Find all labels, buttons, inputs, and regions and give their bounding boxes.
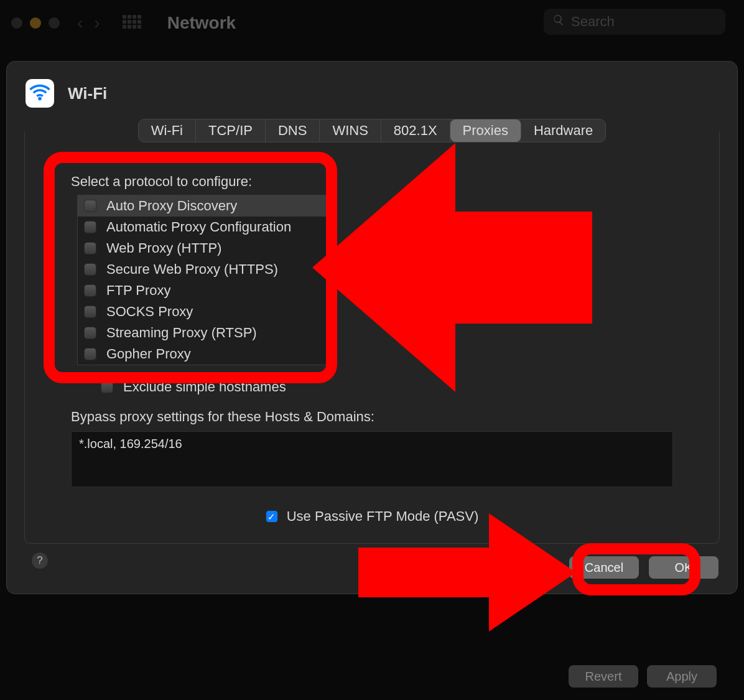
- protocol-label: Select a protocol to configure:: [25, 167, 719, 195]
- exclude-checkbox[interactable]: [101, 381, 113, 393]
- protocol-checkbox[interactable]: [84, 221, 96, 233]
- protocol-row[interactable]: FTP Proxy: [78, 280, 335, 301]
- search-placeholder: Search: [571, 14, 615, 30]
- protocol-checkbox[interactable]: [84, 242, 96, 254]
- protocol-row[interactable]: Streaming Proxy (RTSP): [78, 322, 335, 343]
- protocol-checkbox[interactable]: [84, 200, 96, 212]
- protocol-row[interactable]: Secure Web Proxy (HTTPS): [78, 259, 335, 280]
- protocol-row[interactable]: Automatic Proxy Configuration: [78, 217, 335, 238]
- protocol-checkbox[interactable]: [84, 263, 96, 276]
- service-name: Wi-Fi: [68, 84, 107, 103]
- apply-button[interactable]: Apply: [647, 665, 717, 688]
- search-field[interactable]: Search: [544, 9, 725, 35]
- cancel-button[interactable]: Cancel: [569, 556, 639, 579]
- protocol-row[interactable]: Auto Proxy Discovery: [78, 195, 335, 217]
- protocol-checkbox[interactable]: [84, 284, 96, 297]
- pasv-checkbox[interactable]: [266, 510, 278, 523]
- pasv-label: Use Passive FTP Mode (PASV): [287, 508, 479, 525]
- bypass-label: Bypass proxy settings for these Hosts & …: [25, 395, 719, 431]
- ok-button[interactable]: OK: [649, 556, 718, 579]
- bypass-value: *.local, 169.254/16: [79, 437, 182, 450]
- protocol-label: FTP Proxy: [106, 282, 171, 299]
- protocol-checkbox[interactable]: [84, 327, 96, 339]
- window-titlebar: ‹ › Network Search: [0, 0, 744, 46]
- zoom-dot[interactable]: [49, 17, 60, 29]
- window-controls[interactable]: [11, 17, 60, 29]
- protocol-label: Automatic Proxy Configuration: [106, 219, 291, 235]
- protocol-label: Auto Proxy Discovery: [106, 198, 237, 214]
- help-button[interactable]: ?: [32, 553, 48, 569]
- exclude-hostnames-row[interactable]: Exclude simple hostnames: [25, 365, 719, 395]
- protocol-row[interactable]: Web Proxy (HTTP): [78, 238, 335, 259]
- proxies-panel: Select a protocol to configure: Auto Pro…: [24, 131, 720, 544]
- search-icon: [552, 14, 565, 30]
- wifi-icon: [26, 79, 54, 108]
- back-icon[interactable]: ‹: [77, 13, 83, 33]
- protocol-label: Streaming Proxy (RTSP): [106, 325, 257, 341]
- protocol-label: Web Proxy (HTTP): [106, 240, 221, 256]
- minimize-dot[interactable]: [30, 17, 41, 29]
- protocol-label: Secure Web Proxy (HTTPS): [106, 261, 278, 278]
- nav-arrows: ‹ ›: [77, 13, 100, 33]
- window-title: Network: [167, 13, 236, 33]
- bypass-textarea[interactable]: *.local, 169.254/16: [71, 431, 673, 487]
- forward-icon[interactable]: ›: [94, 13, 100, 33]
- protocol-checkbox[interactable]: [84, 306, 96, 318]
- protocol-row[interactable]: Gopher Proxy: [78, 343, 335, 365]
- protocol-checkbox[interactable]: [84, 348, 96, 360]
- protocol-row[interactable]: SOCKS Proxy: [78, 301, 335, 322]
- advanced-sheet: Wi-Fi Wi-FiTCP/IPDNSWINS802.1XProxiesHar…: [6, 61, 738, 594]
- app-grid-icon[interactable]: [123, 15, 144, 31]
- protocol-label: Gopher Proxy: [106, 346, 191, 362]
- protocol-label: SOCKS Proxy: [106, 304, 193, 320]
- pasv-row[interactable]: Use Passive FTP Mode (PASV): [25, 487, 719, 525]
- protocol-list[interactable]: Auto Proxy DiscoveryAutomatic Proxy Conf…: [77, 195, 335, 365]
- window-footer-buttons: Revert Apply: [569, 665, 717, 688]
- close-dot[interactable]: [11, 17, 22, 29]
- exclude-label: Exclude simple hostnames: [123, 379, 286, 395]
- revert-button[interactable]: Revert: [569, 665, 638, 688]
